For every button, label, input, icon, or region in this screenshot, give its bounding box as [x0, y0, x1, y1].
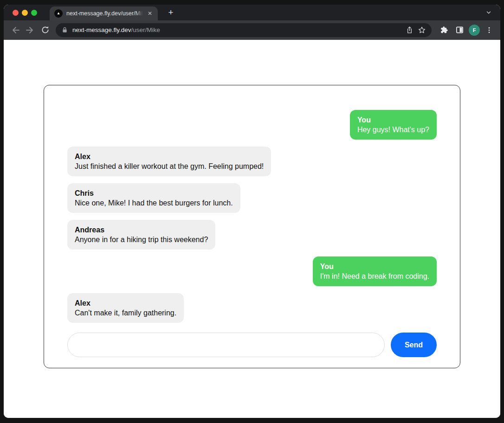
tab-search-chevron-icon[interactable] [485, 9, 492, 16]
favicon-triangle-glyph: ▲ [57, 12, 60, 15]
message-sender: Chris [75, 188, 233, 198]
message-text: Just finished a killer workout at the gy… [75, 161, 264, 171]
tab-strip: ▲ next-message.fly.dev/user/Mik ✕ + [4, 5, 500, 20]
message-composer: Send [67, 333, 437, 357]
side-panel-icon[interactable] [453, 24, 466, 37]
toolbar-right-icons: F [437, 24, 496, 37]
message-bubble-other: Chris Nice one, Mike! I had the best bur… [67, 183, 240, 213]
message-bubble-self: You Hey guys! What's up? [350, 110, 437, 140]
message-sender: You [357, 115, 429, 125]
minimize-window-button[interactable] [22, 10, 28, 16]
close-window-button[interactable] [13, 10, 19, 16]
back-icon[interactable] [8, 23, 22, 37]
message-sender: Alex [75, 298, 176, 308]
url-text: next-message.fly.dev/user/Mike [72, 26, 160, 33]
window-controls [13, 10, 37, 16]
message-text: I'm in! Need a break from coding. [320, 271, 429, 281]
message-sender: Alex [75, 152, 264, 161]
message-sender: Andreas [75, 225, 208, 235]
tab-title: next-message.fly.dev/user/Mik [66, 10, 143, 17]
message-bubble-self: You I'm in! Need a break from coding. [313, 256, 437, 286]
message-bubble-other: Alex Just finished a killer workout at t… [67, 147, 271, 176]
fullscreen-window-button[interactable] [31, 10, 37, 16]
send-button[interactable]: Send [391, 333, 437, 357]
profile-avatar[interactable]: F [469, 25, 480, 36]
message-sender: You [320, 262, 429, 271]
share-icon[interactable] [406, 26, 414, 34]
bookmark-star-icon[interactable] [418, 26, 426, 34]
extensions-icon[interactable] [437, 24, 450, 37]
chat-container: You Hey guys! What's up? Alex Just finis… [44, 85, 460, 368]
url-host: next-message.fly.dev [72, 26, 131, 33]
message-text: Can't make it, family gathering. [75, 308, 176, 318]
message-text: Hey guys! What's up? [357, 125, 429, 135]
message-text: Anyone in for a hiking trip this weekend… [75, 235, 208, 244]
forward-icon[interactable] [23, 23, 37, 37]
message-bubble-other: Andreas Anyone in for a hiking trip this… [67, 220, 215, 250]
browser-window: ▲ next-message.fly.dev/user/Mik ✕ + [4, 5, 500, 418]
browser-toolbar: next-message.fly.dev/user/Mike [4, 20, 500, 40]
browser-tab[interactable]: ▲ next-message.fly.dev/user/Mik ✕ [50, 6, 158, 20]
lock-icon [61, 26, 68, 33]
reload-icon[interactable] [38, 23, 52, 37]
url-path: /user/Mike [131, 26, 160, 33]
message-text: Nice one, Mike! I had the best burgers f… [75, 198, 233, 208]
address-bar[interactable]: next-message.fly.dev/user/Mike [56, 23, 432, 37]
kebab-menu-icon[interactable] [483, 24, 496, 37]
new-tab-button[interactable]: + [165, 7, 176, 18]
page-content: You Hey guys! What's up? Alex Just finis… [4, 40, 500, 418]
tab-close-icon[interactable]: ✕ [147, 10, 153, 17]
site-favicon-icon: ▲ [54, 9, 63, 18]
message-input[interactable] [67, 333, 385, 357]
message-bubble-other: Alex Can't make it, family gathering. [67, 293, 184, 323]
